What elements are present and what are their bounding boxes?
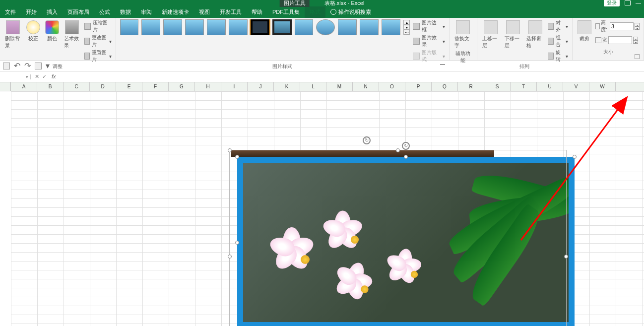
minimize-icon[interactable]: — [636, 0, 641, 6]
column-header-B[interactable]: B [37, 82, 64, 91]
tab-newtab[interactable]: 新建选项卡 [157, 6, 194, 18]
column-header-H[interactable]: H [195, 82, 221, 91]
style-thumb-12[interactable] [360, 19, 379, 35]
height-down[interactable]: ▾ [635, 26, 640, 30]
tab-pagelayout[interactable]: 页面布局 [63, 6, 94, 18]
style-thumb-2[interactable] [141, 19, 160, 35]
outer-handle-nw[interactable] [228, 148, 232, 152]
column-header-M[interactable]: M [326, 82, 353, 91]
qat-redo-icon[interactable]: ↷ [24, 61, 31, 70]
tab-view[interactable]: 视图 [194, 6, 215, 18]
send-backward-button[interactable]: 下移一层 [504, 19, 523, 50]
tab-pdf[interactable]: PDF工具集 [267, 6, 305, 18]
tab-formulas[interactable]: 公式 [94, 6, 115, 18]
outer-handle-e[interactable] [564, 255, 568, 259]
reset-picture-button[interactable]: 重置图片▾ [84, 49, 112, 63]
tab-help[interactable]: 帮助 [247, 6, 267, 18]
qat-undo-icon[interactable]: ↶ [14, 61, 20, 70]
column-header-D[interactable]: D [90, 82, 116, 91]
column-header-W[interactable]: W [589, 82, 616, 91]
remove-background-button[interactable]: 删除背景 [4, 19, 22, 50]
change-picture-button[interactable]: 更改图片▾ [84, 34, 112, 48]
style-thumb-4[interactable] [185, 19, 204, 35]
column-header-J[interactable]: J [248, 82, 274, 91]
rotate-button[interactable]: 旋转▾ [548, 49, 568, 63]
picture-style-gallery[interactable]: ▴▾⋯ [120, 19, 410, 35]
column-header-C[interactable]: C [64, 82, 90, 91]
style-thumb-13[interactable] [382, 19, 400, 35]
group-objects-button[interactable]: 组合▾ [548, 34, 568, 48]
picture-effects-button[interactable]: 图片效果▾ [413, 34, 445, 48]
column-header-U[interactable]: U [537, 82, 563, 91]
column-header-A[interactable]: A [11, 82, 37, 91]
cancel-formula-icon[interactable]: ✕ [35, 73, 39, 80]
column-header-V[interactable]: V [563, 82, 589, 91]
style-thumb-9[interactable] [295, 19, 314, 35]
tab-format[interactable]: 格式 [305, 6, 325, 18]
corrections-button[interactable]: 校正 [25, 19, 41, 43]
column-header-S[interactable]: S [484, 82, 511, 91]
column-header-T[interactable]: T [511, 82, 537, 91]
column-header-O[interactable]: O [379, 82, 405, 91]
select-all-corner[interactable] [0, 82, 11, 91]
column-header-L[interactable]: L [300, 82, 326, 91]
style-thumb-5[interactable] [207, 19, 226, 35]
login-button[interactable]: 登录 [604, 0, 620, 6]
tab-home[interactable]: 开始 [21, 6, 42, 18]
column-header-K[interactable]: K [274, 82, 300, 91]
crop-button[interactable]: 裁剪 [577, 19, 592, 43]
column-header-P[interactable]: P [405, 82, 432, 91]
column-header-R[interactable]: R [458, 82, 484, 91]
picture-layout-button[interactable]: 图片版式▾ [413, 49, 445, 63]
column-header-Q[interactable]: Q [432, 82, 458, 91]
rotation-handle-inner[interactable]: ↻ [402, 142, 410, 150]
width-up[interactable]: ▴ [633, 37, 638, 40]
gallery-more-button[interactable]: ▴▾⋯ [403, 20, 410, 35]
color-button[interactable]: 颜色 [44, 19, 60, 43]
qat-save-icon[interactable] [3, 63, 10, 69]
enter-formula-icon[interactable]: ✓ [42, 73, 47, 80]
column-header-I[interactable]: I [221, 82, 248, 91]
picture-border-button[interactable]: 图片边框▾ [413, 19, 445, 33]
tab-data[interactable]: 数据 [115, 6, 136, 18]
qat-more-icon[interactable]: ▾ [46, 61, 50, 70]
chevron-down-icon[interactable]: ▾ [26, 74, 28, 79]
style-thumb-7[interactable] [251, 19, 269, 35]
name-box[interactable]: ▾ [0, 74, 31, 79]
style-thumb-8[interactable] [272, 19, 291, 35]
resize-handle-ne[interactable] [573, 155, 577, 159]
column-header-F[interactable]: F [142, 82, 169, 91]
style-thumb-1[interactable] [120, 19, 139, 35]
height-input[interactable] [610, 22, 634, 30]
bring-forward-button[interactable]: 上移一层 [481, 19, 501, 50]
width-input[interactable] [608, 36, 632, 44]
ribbon-display-icon[interactable] [625, 0, 631, 5]
outer-handle-n[interactable] [396, 148, 400, 152]
tab-developer[interactable]: 开发工具 [215, 6, 247, 18]
width-down[interactable]: ▾ [633, 40, 638, 44]
column-header-E[interactable]: E [116, 82, 142, 91]
height-up[interactable]: ▴ [635, 23, 640, 26]
artistic-effects-button[interactable]: 艺术效果 [63, 19, 81, 50]
column-header-N[interactable]: N [353, 82, 379, 91]
tab-file[interactable]: 文件 [0, 6, 21, 18]
style-thumb-3[interactable] [163, 19, 182, 35]
fx-icon[interactable]: fx [50, 73, 56, 80]
outer-selection-box[interactable]: ↻ [229, 150, 567, 326]
alt-text-button[interactable]: 替换文字 [453, 19, 473, 50]
align-button[interactable]: 对齐▾ [548, 19, 568, 33]
qat-icon-4[interactable] [35, 63, 42, 69]
styles-dialog-launcher[interactable] [440, 64, 445, 65]
rotation-handle-outer[interactable]: ↻ [363, 136, 371, 144]
tab-review[interactable]: 审阅 [136, 6, 157, 18]
style-thumb-11[interactable] [338, 19, 357, 35]
column-header-G[interactable]: G [169, 82, 195, 91]
tab-insert[interactable]: 插入 [42, 6, 63, 18]
size-dialog-launcher[interactable] [635, 54, 640, 59]
outer-handle-w[interactable] [228, 255, 232, 259]
style-thumb-10[interactable] [316, 19, 335, 35]
style-thumb-6[interactable] [229, 19, 248, 35]
selection-pane-button[interactable]: 选择窗格 [525, 19, 545, 50]
compress-pictures-button[interactable]: 压缩图片 [84, 19, 112, 33]
tellme-search[interactable]: 操作说明搜索 [325, 6, 376, 18]
